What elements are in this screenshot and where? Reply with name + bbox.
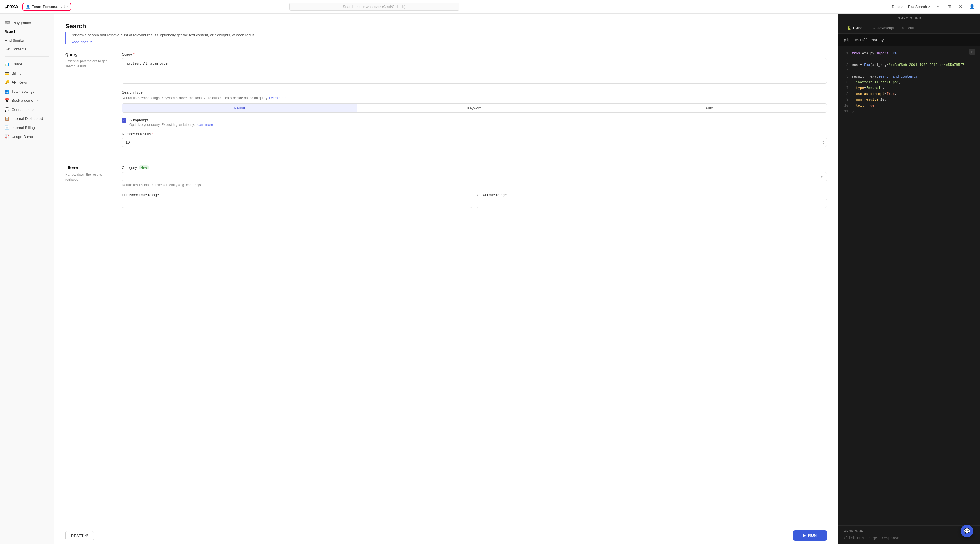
page-description: Perform a search and retrieve a list of … [71,32,827,38]
sidebar-item-find-similar[interactable]: Find Similar [0,36,54,45]
checkmark-icon: ✓ [123,119,126,122]
published-date-input[interactable] [122,198,472,208]
reset-icon: ↺ [85,533,88,538]
usage-bump-icon: 📈 [5,134,10,139]
num-results-label: Number of results * [122,132,827,136]
code-line-6: 6 "hottest AI startups", [844,79,974,85]
crawl-date-col: Crawl Date Range [477,193,827,208]
home-icon[interactable]: ⌂ [935,3,942,10]
logo-text: exa [10,4,18,10]
sidebar-item-playground[interactable]: ⌨ Playground [0,18,54,27]
read-docs-link[interactable]: Read docs ↗ [71,40,92,44]
reset-button[interactable]: RESET ↺ [65,531,94,540]
tab-python[interactable]: 🐍 Python [843,23,868,33]
search-type-neural-btn[interactable]: Neural [122,104,357,113]
app-logo[interactable]: ✗ exa [5,4,18,10]
sidebar-item-billing[interactable]: 💳 Billing [0,68,54,78]
response-label: RESPONSE [844,530,974,533]
code-line-5: 5 result = exa.search_and_contents( [844,74,974,79]
query-left-desc: Essential parameters to get search resul… [65,59,111,69]
sidebar-item-team-settings[interactable]: 👥 Team settings [0,87,54,96]
profile-icon[interactable]: 👤 [969,3,975,10]
decrement-btn[interactable]: ▼ [822,143,825,145]
published-date-label: Published Date Range [122,193,472,197]
autoprompt-learn-more[interactable]: Learn more [196,123,213,127]
copy-button[interactable]: ⎘ [969,49,975,55]
chevron-down-icon: ⌄ [60,5,62,8]
autoprompt-label: Autoprompt [129,118,213,122]
sidebar-item-get-contents[interactable]: Get Contents [0,45,54,54]
sidebar-item-usage-bump[interactable]: 📈 Usage Bump [0,132,54,141]
query-section-right: Query * hottest AI startups Search Type … [122,52,827,147]
curl-icon: >_ [902,26,907,30]
category-label: Category [122,165,137,170]
tab-javascript[interactable]: ⚙ Javascript [868,23,898,33]
search-type-auto-btn[interactable]: Auto [592,104,827,113]
category-select[interactable] [122,172,827,181]
autoprompt-row: ✓ Autoprompt Optimize your query. Expect… [122,118,827,127]
filters-desc: Narrow down the results retrieved [65,172,111,182]
crawl-date-input[interactable] [477,198,827,208]
response-text: Click RUN to get response [844,536,974,540]
autoprompt-text-container: Autoprompt Optimize your query. Expect h… [129,118,213,127]
page-title: Search [65,23,827,30]
panel-header: PLAYGROUND [838,14,980,23]
team-selector[interactable]: 👤 Team Personal ⌄ ⓘ [22,3,71,11]
sidebar-item-search[interactable]: Search [0,27,54,36]
autoprompt-checkbox[interactable]: ✓ [122,118,126,123]
query-left-title: Query [65,52,111,57]
run-button[interactable]: ▶ RUN [793,530,827,541]
code-line-10: 10 text=True [844,103,974,108]
get-contents-label: Get Contents [5,47,26,51]
info-icon: ⓘ [64,4,68,10]
tab-curl[interactable]: >_ curl [898,23,918,33]
sidebar-item-usage[interactable]: 📊 Usage [0,60,54,68]
code-line-7: 7 type="neural", [844,85,974,91]
required-indicator: * [133,52,134,56]
docs-link[interactable]: Docs ↗ [892,5,904,9]
api-keys-icon: 🔑 [5,80,10,84]
global-search-bar[interactable]: Search me or whatever (Cmd/Ctrl + K) [289,3,460,11]
top-navbar: ✗ exa 👤 Team Personal ⌄ ⓘ Search me or w… [0,0,980,14]
bottom-bar: RESET ↺ ▶ RUN [54,527,838,544]
js-icon: ⚙ [872,26,876,30]
new-badge: New [138,165,149,170]
install-command: pip install exa-py [838,34,980,46]
code-line-9: 9 num_results=10, [844,97,974,103]
playground-section: ⌨ Playground Search Find Similar Get Con… [0,17,54,55]
chat-bubble[interactable]: 💬 [961,525,973,537]
grid-icon[interactable]: ⊞ [946,3,953,10]
twitter-icon[interactable]: ✕ [957,3,964,10]
date-range-row: Published Date Range Crawl Date Range [122,193,827,208]
search-type-learn-more[interactable]: Learn more [269,96,286,100]
exa-search-link[interactable]: Exa Search ↗ [908,5,930,9]
sidebar-item-contact-us[interactable]: 💬 Contact us ↗ [0,105,54,114]
sidebar-item-book-demo[interactable]: 📅 Book a demo ↗ [0,96,54,105]
sidebar-item-internal-dashboard[interactable]: 📋 Internal Dashboard [0,114,54,123]
external-arrow-icon: ↗ [89,40,92,44]
dashboard-icon: 📋 [5,116,10,121]
external-link-icon: ↗ [36,99,38,102]
code-panel: PLAYGROUND 🐍 Python ⚙ Javascript >_ curl… [838,14,980,544]
external-icon: ↗ [928,5,930,8]
main-layout: ⌨ Playground Search Find Similar Get Con… [0,14,980,544]
number-arrows: ▲ ▼ [822,140,825,145]
increment-btn[interactable]: ▲ [822,140,825,142]
code-line-4: 4 [844,68,974,74]
content-area: Search Perform a search and retrieve a l… [54,14,838,527]
filters-section: Filters Narrow down the results retrieve… [65,165,827,208]
num-results-input[interactable] [122,138,827,147]
language-tabs: 🐍 Python ⚙ Javascript >_ curl [838,23,980,34]
user-icon: 👤 [26,5,30,9]
sidebar-divider [5,56,49,57]
crawl-date-label: Crawl Date Range [477,193,827,197]
code-line-11: 11 ) [844,108,974,114]
page-description-box: Perform a search and retrieve a list of … [65,32,827,44]
team-settings-icon: 👥 [5,89,10,94]
query-textarea[interactable]: hottest AI startups [122,58,827,84]
sidebar-item-api-keys[interactable]: 🔑 API Keys [0,78,54,87]
sidebar: ⌨ Playground Search Find Similar Get Con… [0,14,54,544]
code-line-2: 2 [844,56,974,62]
search-type-keyword-btn[interactable]: Keyword [357,104,592,113]
sidebar-item-internal-billing[interactable]: 📄 Internal Billing [0,123,54,132]
